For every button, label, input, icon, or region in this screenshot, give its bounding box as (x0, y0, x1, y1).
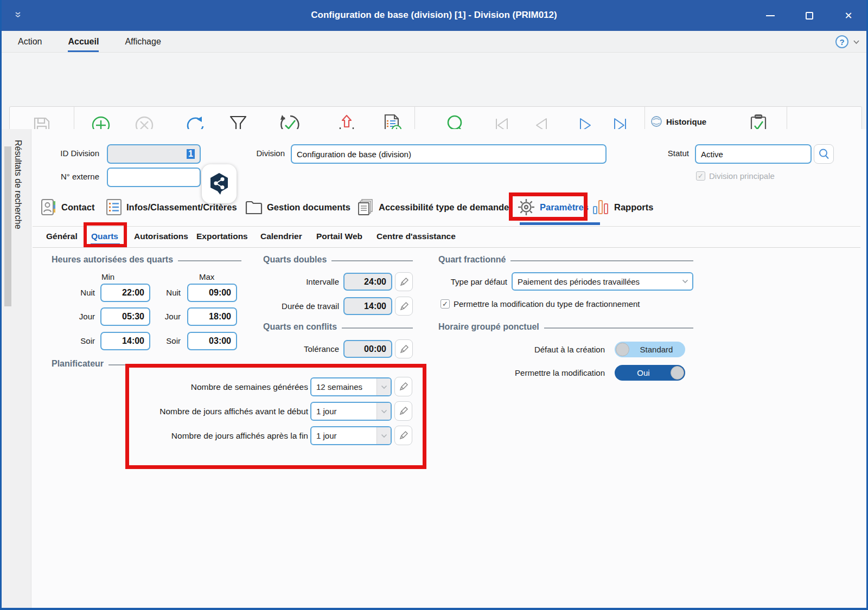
id-division-value: 1 (187, 149, 195, 159)
title-bar: Configuration de base (division) [1] - D… (0, 0, 868, 31)
search-results-panel-label: Résultats de recherche (13, 140, 23, 229)
history-comm-icon (650, 115, 662, 127)
permettre-modification-label: Permettre la modification (488, 368, 605, 377)
soir-max-label: Soir (141, 336, 181, 345)
id-division-field[interactable]: 1 (107, 144, 201, 164)
chevron-down-icon (678, 273, 692, 290)
pencil-icon (399, 301, 409, 311)
toggle-knob (671, 366, 684, 380)
help-icon[interactable]: ? (835, 35, 848, 48)
tabs-separator (33, 226, 860, 227)
pencil-icon (399, 277, 409, 287)
tolerance-field[interactable]: 00:00 (343, 340, 392, 358)
section-quarts-doubles: Quarts doubles (263, 255, 413, 265)
division-field[interactable]: Configuration de base (division) (291, 144, 607, 164)
jour-max-field[interactable]: 18:00 (187, 307, 237, 326)
tab-contact[interactable]: Contact (41, 195, 94, 219)
maximize-button[interactable] (790, 0, 829, 31)
close-icon: ✕ (844, 11, 852, 21)
tab-gestion-documents[interactable]: Gestion documents (245, 195, 350, 219)
type-defaut-dropdown[interactable]: Paiement des périodes travaillées (512, 272, 693, 291)
annotation-box-quarts (84, 222, 127, 247)
jour-min-label: Jour (52, 312, 95, 321)
permettre-modification-value: Oui (637, 368, 662, 377)
defaut-creation-toggle[interactable]: Standard (615, 342, 685, 357)
annotation-box-parametres (509, 192, 588, 221)
section-quarts-conflits: Quarts en conflits (263, 322, 413, 332)
nuit-max-label: Nuit (141, 288, 181, 297)
subtab-general[interactable]: Général (46, 228, 78, 245)
permettre-modification-toggle[interactable]: Oui (615, 365, 685, 381)
type-defaut-label: Type par défaut (438, 277, 507, 286)
ribbon: Sauvegarder Opérations Insérer (2, 53, 866, 129)
col-max-label: Max (199, 272, 214, 281)
intervalle-label: Intervalle (263, 277, 339, 286)
active-tab-underline (520, 222, 600, 225)
division-value: Configuration de base (division) (297, 150, 411, 159)
division-principale-label: Division principale (709, 171, 775, 181)
toggle-knob (616, 343, 629, 356)
menu-bar: Action Accueil Affichage ? (2, 31, 866, 53)
subtab-portail-web[interactable]: Portail Web (316, 228, 362, 245)
window-border (0, 608, 868, 610)
division-principale-checkbox[interactable]: ✓ Division principale (696, 171, 775, 181)
permettre-fractionnement-label: Permettre la modification du type de fra… (454, 299, 640, 309)
tab-accessibilite-type-demande[interactable]: Accessibilité type de demande (357, 195, 509, 219)
defaut-creation-value: Standard (627, 345, 673, 354)
tab-rapports[interactable]: Rapports (592, 195, 653, 219)
minimize-icon (766, 15, 775, 16)
nuit-max-field[interactable]: 09:00 (187, 284, 237, 302)
ribbon-collapse-chevron-icon[interactable] (853, 40, 860, 44)
no-externe-field[interactable] (107, 168, 201, 187)
window-border (0, 0, 2, 610)
nuit-min-label: Nuit (52, 288, 95, 297)
no-externe-label: N° externe (33, 172, 99, 181)
subtabs-separator (33, 247, 860, 248)
intervalle-field[interactable]: 24:00 (343, 273, 392, 291)
maximize-icon (806, 12, 813, 20)
history-comm-button[interactable]: Historique (650, 115, 730, 127)
subtab-autorisations[interactable]: Autorisations (134, 228, 188, 245)
search-results-panel-handle[interactable] (4, 146, 11, 306)
statut-value: Active (701, 150, 723, 159)
menu-affichage[interactable]: Affichage (125, 31, 161, 52)
section-horaire-groupe: Horaire groupé ponctuel (438, 322, 693, 332)
duree-travail-edit-button[interactable] (395, 297, 413, 316)
checkbox-check-icon: ✓ (696, 171, 705, 181)
folder-icon (245, 200, 263, 215)
jour-max-label: Jour (141, 312, 181, 321)
section-quart-fractionne: Quart fractionné (438, 255, 693, 265)
id-division-label: ID Division (33, 149, 99, 158)
minimize-button[interactable] (751, 0, 790, 31)
close-button[interactable]: ✕ (829, 0, 868, 31)
statut-label: Statut (654, 149, 689, 158)
division-label: Division (247, 149, 285, 158)
annotation-box-planificateur (125, 364, 426, 469)
bar-chart-icon (592, 199, 610, 215)
menu-action[interactable]: Action (18, 31, 42, 52)
statut-field[interactable]: Active (695, 144, 812, 164)
stacked-docs-icon (357, 198, 374, 216)
type-defaut-value: Paiement des périodes travaillées (513, 277, 678, 286)
list-icon (106, 198, 122, 216)
magnifier-icon (818, 148, 830, 160)
application-window: Configuration de base (division) [1] - D… (0, 0, 868, 610)
checkbox-check-icon: ✓ (441, 299, 450, 309)
menu-accueil[interactable]: Accueil (68, 31, 99, 52)
tolerance-label: Tolérance (263, 344, 339, 354)
subtab-exportations[interactable]: Exportations (196, 228, 248, 245)
subtab-calendrier[interactable]: Calendrier (260, 228, 302, 245)
duree-travail-field[interactable]: 14:00 (343, 297, 392, 315)
statut-lookup-button[interactable] (814, 144, 834, 164)
intervalle-edit-button[interactable] (395, 272, 413, 291)
defaut-creation-label: Défaut à la création (488, 345, 605, 354)
duree-travail-label: Durée de travail (263, 301, 339, 311)
share-hexagon-icon (207, 171, 231, 197)
soir-max-field[interactable]: 03:00 (187, 332, 237, 350)
tolerance-edit-button[interactable] (395, 339, 413, 358)
subtab-centre-assistance[interactable]: Centre d'assistance (376, 228, 456, 245)
tab-infos-classement-criteres[interactable]: Infos/Classement/Critères (106, 195, 237, 219)
col-min-label: Min (101, 272, 114, 281)
permettre-fractionnement-checkbox[interactable]: ✓ Permettre la modification du type de f… (441, 299, 640, 309)
soir-min-label: Soir (52, 336, 95, 345)
